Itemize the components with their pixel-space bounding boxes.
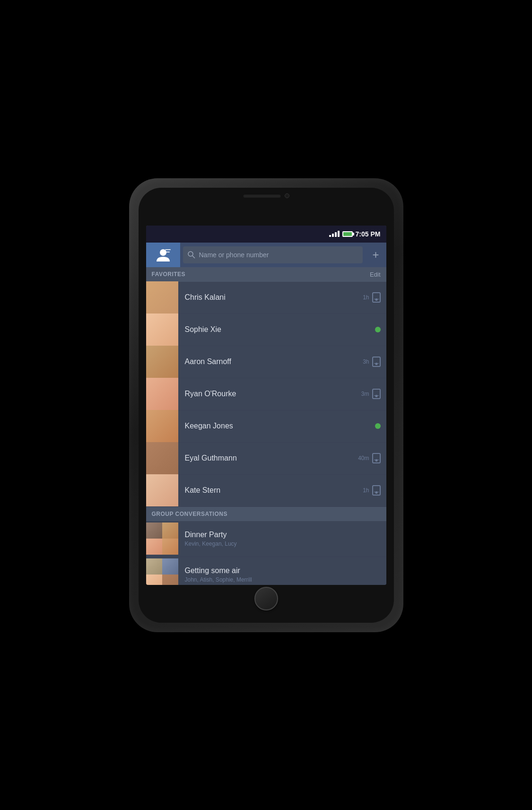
signal-bar-1 (329, 235, 331, 237)
online-indicator (375, 327, 381, 332)
search-icon (188, 251, 195, 259)
mobile-icon (372, 485, 381, 496)
signal-bar-2 (332, 234, 334, 237)
contact-name: Ryan O'Rourke (185, 390, 361, 398)
group-avatar-cell (146, 523, 162, 539)
status-time: 7:05 PM (356, 230, 381, 238)
contact-name: Keegan Jones (185, 422, 375, 430)
avatar (146, 378, 178, 410)
content-area: FAVORITES Edit Chris Kalani 1h Sophie Xi… (146, 267, 386, 585)
mobile-icon (372, 292, 381, 303)
groups-section-header: GROUP CONVERSATIONS (146, 507, 386, 521)
speaker-grill (243, 194, 281, 198)
phone-inner: 7:05 PM Name or pho (139, 188, 394, 623)
contact-row[interactable]: Keegan Jones (146, 410, 386, 443)
groups-title: GROUP CONVERSATIONS (152, 511, 227, 517)
avatar (146, 281, 178, 314)
contacts-button[interactable] (146, 243, 180, 267)
group-info: Dinner Party Kevin, Keegan, Lucy (185, 531, 381, 547)
group-members: Kevin, Keegan, Lucy (185, 540, 381, 547)
status-time-text: 3h (363, 358, 369, 365)
contact-row[interactable]: Eyal Guthmann 40m (146, 443, 386, 475)
group-avatar-cell (162, 558, 178, 575)
contact-row[interactable]: Chris Kalani 1h (146, 282, 386, 314)
contact-row[interactable]: Ryan O'Rourke 3m (146, 378, 386, 410)
group-avatar (146, 558, 178, 585)
search-bar[interactable]: Name or phone number (183, 246, 363, 263)
contact-row[interactable]: Kate Stern 1h (146, 475, 386, 507)
contact-row[interactable]: Aaron Sarnoff 3h (146, 346, 386, 378)
avatar (146, 474, 178, 506)
group-name: Dinner Party (185, 531, 381, 539)
app-header: Name or phone number + (146, 243, 386, 267)
group-name: Getting some air (185, 566, 381, 575)
signal-bar-3 (335, 232, 337, 237)
contact-name: Kate Stern (185, 486, 363, 495)
group-avatar-cell (146, 575, 162, 585)
group-avatar-cell (146, 539, 162, 555)
avatar (146, 442, 178, 474)
group-members: John, Atish, Sophie, Merrill (185, 576, 381, 583)
signal-bar-4 (338, 231, 340, 237)
contact-status (375, 423, 381, 429)
contact-status (375, 327, 381, 332)
contact-status: 40m (358, 453, 380, 463)
online-indicator (375, 423, 381, 429)
contact-status: 1h (363, 485, 380, 496)
mobile-icon (372, 389, 381, 399)
avatar (146, 410, 178, 442)
status-time-text: 1h (363, 487, 369, 494)
favorites-edit-button[interactable]: Edit (370, 271, 380, 278)
contact-name: Chris Kalani (185, 293, 363, 302)
group-avatar-cell (146, 558, 162, 575)
contacts-icon (155, 246, 172, 263)
home-button[interactable] (254, 587, 278, 610)
avatar (146, 346, 178, 378)
screen: 7:05 PM Name or pho (146, 226, 386, 585)
group-info: Getting some air John, Atish, Sophie, Me… (185, 566, 381, 583)
contact-name: Eyal Guthmann (185, 454, 358, 462)
svg-point-0 (160, 249, 166, 256)
mobile-icon (372, 453, 381, 463)
group-row[interactable]: Dinner Party Kevin, Keegan, Lucy (146, 521, 386, 557)
signal-bars (329, 231, 340, 237)
contact-name: Aaron Sarnoff (185, 357, 363, 366)
group-avatar-cell (162, 523, 178, 539)
contact-status: 3h (363, 357, 380, 367)
svg-point-3 (188, 252, 193, 256)
group-avatar-cell (162, 539, 178, 555)
contact-row[interactable]: Sophie Xie (146, 314, 386, 346)
avatar (146, 314, 178, 346)
group-avatar (146, 523, 178, 555)
status-bar: 7:05 PM (146, 226, 386, 243)
phone-device: 7:05 PM Name or pho (129, 178, 403, 632)
contact-name: Sophie Xie (185, 325, 375, 334)
favorites-title: FAVORITES (152, 271, 186, 278)
status-time-text: 1h (363, 294, 369, 301)
contact-status: 3m (361, 389, 381, 399)
group-avatar-cell (162, 575, 178, 585)
status-time-text: 3m (361, 391, 369, 397)
svg-line-4 (192, 256, 195, 258)
battery-icon (342, 231, 353, 237)
contact-status: 1h (363, 292, 380, 303)
status-time-text: 40m (358, 455, 369, 462)
add-contact-button[interactable]: + (366, 243, 386, 267)
search-placeholder: Name or phone number (199, 251, 269, 259)
camera (285, 193, 289, 198)
svg-rect-1 (165, 249, 171, 250)
svg-rect-2 (165, 252, 170, 253)
group-row[interactable]: Getting some air John, Atish, Sophie, Me… (146, 557, 386, 585)
favorites-section-header: FAVORITES Edit (146, 267, 386, 282)
mobile-icon (372, 357, 381, 367)
phone-top-bar (243, 193, 289, 198)
